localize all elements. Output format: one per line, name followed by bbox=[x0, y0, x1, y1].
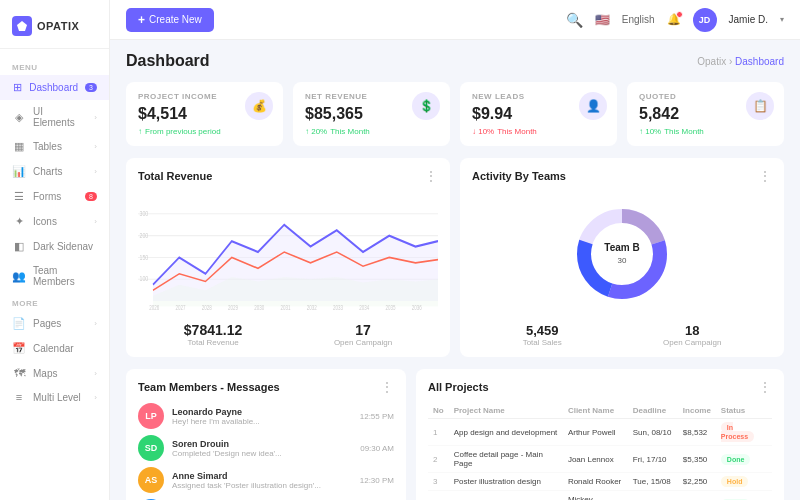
ui-elements-icon: ◈ bbox=[12, 111, 26, 124]
sidebar-item-pages[interactable]: 📄 Pages › bbox=[0, 311, 109, 336]
forms-badge: 8 bbox=[85, 192, 97, 201]
calendar-icon: 📅 bbox=[12, 342, 26, 355]
activity-card-menu[interactable]: ⋮ bbox=[758, 168, 772, 184]
stat-change-3: ↑ 10% This Month bbox=[639, 127, 772, 136]
stat-card-icon-2: 👤 bbox=[579, 92, 607, 120]
charts-icon: 📊 bbox=[12, 165, 26, 178]
pages-icon: 📄 bbox=[12, 317, 26, 330]
stat-card-icon-1: 💲 bbox=[412, 92, 440, 120]
table-column-header: Deadline bbox=[628, 403, 678, 419]
row-deadline: Tue, 15/08 bbox=[628, 473, 678, 491]
notification-bell[interactable]: 🔔 bbox=[667, 13, 681, 26]
table-row[interactable]: 2 Coffee detail page - Main Page Joan Le… bbox=[428, 446, 772, 473]
row-no: 3 bbox=[428, 473, 449, 491]
team-members-icon: 👥 bbox=[12, 270, 26, 283]
page-header: Dashboard Opatix › Dashboard bbox=[126, 52, 784, 70]
svg-text:2034: 2034 bbox=[359, 304, 369, 311]
list-item[interactable]: AS Anne Simard Assigned task 'Poster ill… bbox=[138, 467, 394, 493]
stat-card-0: Project Income $4,514 ↑ From previous pe… bbox=[126, 82, 283, 146]
notification-dot bbox=[676, 11, 683, 18]
svg-text:2035: 2035 bbox=[386, 304, 396, 311]
sidebar-item-team-members[interactable]: 👥 Team Members bbox=[0, 259, 109, 293]
member-name: Anne Simard bbox=[172, 471, 352, 481]
revenue-chart-header: Total Revenue ⋮ bbox=[138, 168, 438, 184]
sidebar-item-calendar[interactable]: 📅 Calendar bbox=[0, 336, 109, 361]
table-column-header: Project Name bbox=[449, 403, 563, 419]
topbar: + Create New 🔍 🇺🇸 English 🔔 JD Jamie D. … bbox=[110, 0, 800, 40]
trend-down-icon: ↓ 10% bbox=[472, 127, 494, 136]
svg-text:2031: 2031 bbox=[281, 304, 291, 311]
logo-text: OPATIX bbox=[37, 20, 79, 32]
sidebar-item-label: Multi Level bbox=[33, 392, 81, 403]
row-project-name: Poster illustration design bbox=[449, 473, 563, 491]
projects-menu[interactable]: ⋮ bbox=[758, 379, 772, 395]
sidebar-item-ui-elements[interactable]: ◈ UI Elements › bbox=[0, 100, 109, 134]
sidebar-item-label: Maps bbox=[33, 368, 57, 379]
stat-cards: Project Income $4,514 ↑ From previous pe… bbox=[126, 82, 784, 146]
svg-text:2026: 2026 bbox=[149, 304, 159, 311]
page-title: Dashboard bbox=[126, 52, 210, 70]
table-header-row: NoProject NameClient NameDeadlineIncomeS… bbox=[428, 403, 772, 419]
arrow-icon: › bbox=[94, 113, 97, 122]
logo-icon bbox=[12, 16, 32, 36]
stat-change-1: ↑ 20% This Month bbox=[305, 127, 438, 136]
sidebar-item-dashboard[interactable]: ⊞ Dashboard 3 bbox=[0, 75, 109, 100]
sidebar-item-tables[interactable]: ▦ Tables › bbox=[0, 134, 109, 159]
row-status: Done bbox=[716, 491, 772, 501]
sidebar-item-multi-level[interactable]: ≡ Multi Level › bbox=[0, 385, 109, 409]
avatar: JD bbox=[693, 8, 717, 32]
team-messages-title: Team Members - Messages bbox=[138, 381, 280, 393]
status-badge: Hold bbox=[721, 476, 749, 487]
row-client-name: Ronald Rooker bbox=[563, 473, 628, 491]
svg-text:2028: 2028 bbox=[202, 304, 212, 311]
activity-card-header: Activity By Teams ⋮ bbox=[472, 168, 772, 184]
topbar-right: 🔍 🇺🇸 English 🔔 JD Jamie D. ▾ bbox=[566, 8, 784, 32]
sidebar-item-dark-sidenav[interactable]: ◧ Dark Sidenav bbox=[0, 234, 109, 259]
sidebar-item-maps[interactable]: 🗺 Maps › bbox=[0, 361, 109, 385]
sidebar: OPATIX Menu ⊞ Dashboard 3 ◈ UI Elements … bbox=[0, 0, 110, 500]
table-column-header: No bbox=[428, 403, 449, 419]
activity-open-campaign-label: Open Campaign bbox=[663, 338, 721, 347]
total-revenue-value: $7841.12 bbox=[184, 322, 242, 338]
open-campaign-label: Open Campaign bbox=[334, 338, 392, 347]
table-row[interactable]: 1 App design and development Arthur Powe… bbox=[428, 419, 772, 446]
trend-up-icon: ↑ 20% bbox=[305, 127, 327, 136]
chevron-down-icon[interactable]: ▾ bbox=[780, 15, 784, 24]
svg-text:2027: 2027 bbox=[176, 304, 186, 311]
team-messages-header: Team Members - Messages ⋮ bbox=[138, 379, 394, 395]
charts-row: Total Revenue ⋮ 300 200 150 100 bbox=[126, 158, 784, 357]
list-item[interactable]: LP Leonardo Payne Hey! here I'm availabl… bbox=[138, 403, 394, 429]
member-time: 09:30 AM bbox=[360, 444, 394, 453]
row-project-name: Coffee detail page - Main Page bbox=[449, 446, 563, 473]
svg-text:2036: 2036 bbox=[412, 304, 422, 311]
row-income: $8,532 bbox=[678, 419, 716, 446]
row-deadline: Mon, 10/08 bbox=[628, 491, 678, 501]
sidebar-item-label: Charts bbox=[33, 166, 62, 177]
main-content: + Create New 🔍 🇺🇸 English 🔔 JD Jamie D. … bbox=[110, 0, 800, 500]
table-row[interactable]: 3 Poster illustration design Ronald Rook… bbox=[428, 473, 772, 491]
language-selector[interactable]: English bbox=[622, 14, 655, 25]
team-messages-menu[interactable]: ⋮ bbox=[380, 379, 394, 395]
flag-icon: 🇺🇸 bbox=[595, 13, 610, 27]
sidebar-item-icons[interactable]: ✦ Icons › bbox=[0, 209, 109, 234]
sidebar-item-label: Calendar bbox=[33, 343, 74, 354]
revenue-chart-title: Total Revenue bbox=[138, 170, 212, 182]
svg-text:2029: 2029 bbox=[228, 304, 238, 311]
arrow-icon: › bbox=[94, 319, 97, 328]
projects-tbody: 1 App design and development Arthur Powe… bbox=[428, 419, 772, 501]
search-icon[interactable]: 🔍 bbox=[566, 12, 583, 28]
create-new-button[interactable]: + Create New bbox=[126, 8, 214, 32]
sidebar-item-label: Pages bbox=[33, 318, 61, 329]
sidebar-item-label: Forms bbox=[33, 191, 61, 202]
table-row[interactable]: 4 Drinking bottle graphics Mickey Cochra… bbox=[428, 491, 772, 501]
sidebar-item-forms[interactable]: ☰ Forms 8 bbox=[0, 184, 109, 209]
list-item[interactable]: SD Soren Drouin Completed 'Design new id… bbox=[138, 435, 394, 461]
row-status: In Process bbox=[716, 419, 772, 446]
revenue-chart-menu[interactable]: ⋮ bbox=[424, 168, 438, 184]
row-status: Hold bbox=[716, 473, 772, 491]
sidebar-item-charts[interactable]: 📊 Charts › bbox=[0, 159, 109, 184]
projects-card: All Projects ⋮ NoProject NameClient Name… bbox=[416, 369, 784, 500]
row-no: 4 bbox=[428, 491, 449, 501]
svg-text:Team B: Team B bbox=[604, 242, 639, 253]
svg-text:2032: 2032 bbox=[307, 304, 317, 311]
